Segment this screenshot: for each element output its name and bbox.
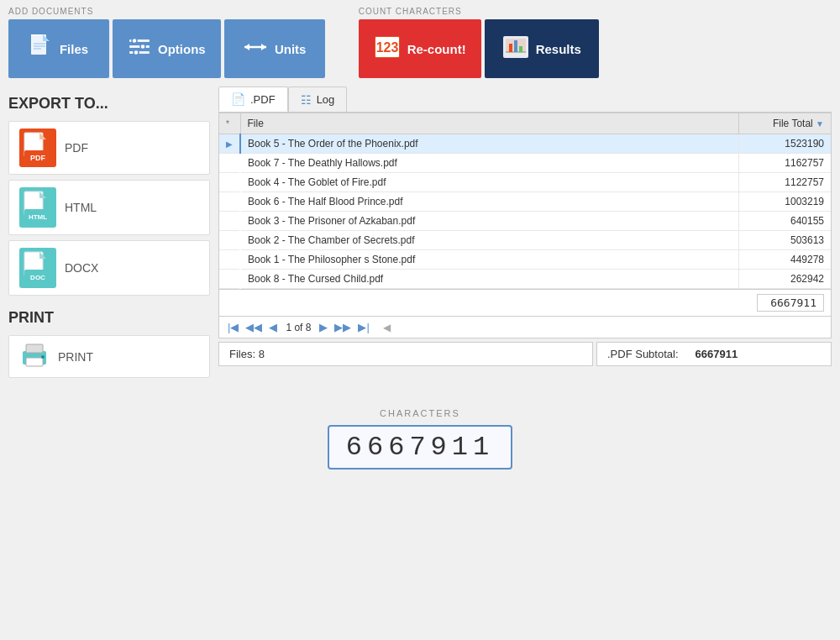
row-marker xyxy=(219,231,240,250)
units-button[interactable]: Units xyxy=(224,19,325,78)
subtotal-label: .PDF Subtotal: xyxy=(607,348,679,360)
file-total: 449278 xyxy=(738,250,831,270)
sort-arrow-icon: ▼ xyxy=(816,119,824,129)
tab-log-label: Log xyxy=(317,93,335,106)
file-total: 262942 xyxy=(738,270,831,289)
print-button[interactable]: PRINT xyxy=(8,335,210,378)
svg-point-9 xyxy=(132,38,137,43)
col-file[interactable]: File xyxy=(240,113,738,134)
svg-text:123: 123 xyxy=(375,40,398,55)
svg-rect-38 xyxy=(26,358,43,366)
pdf-tab-icon: 📄 xyxy=(231,92,245,106)
table-row[interactable]: Book 3 - The Prisoner of Azkaban.pdf xyxy=(240,212,738,231)
svg-point-11 xyxy=(134,50,139,55)
print-label: PRINT xyxy=(8,309,210,327)
page-next-button[interactable]: ▶ xyxy=(318,321,329,333)
file-total: 1003219 xyxy=(738,192,831,212)
print-button-label: PRINT xyxy=(58,350,93,364)
file-table: * File File Total ▼ ▶Book 5 - The Order … xyxy=(218,113,832,338)
results-button-label: Results xyxy=(536,42,581,56)
export-html-button[interactable]: HTML HTML xyxy=(8,180,210,235)
tab-pdf[interactable]: 📄 .PDF xyxy=(218,87,288,112)
tab-log[interactable]: ☷ Log xyxy=(288,87,348,112)
right-panel: 📄 .PDF ☷ Log * File File Total ▼ xyxy=(218,87,832,383)
bottom-bar: Files: 8 .PDF Subtotal: 6667911 xyxy=(218,342,832,366)
table-row[interactable]: Book 6 - The Half Blood Prince.pdf xyxy=(240,192,738,212)
page-prev-prev-button[interactable]: ◀◀ xyxy=(244,321,264,333)
row-marker xyxy=(219,212,240,231)
col-star: * xyxy=(219,113,240,134)
options-icon xyxy=(128,35,151,63)
docx-label: DOCX xyxy=(65,261,98,275)
add-documents-label: ADD DOCUMENTS xyxy=(8,7,93,16)
files-button-label: Files xyxy=(60,42,88,56)
grand-total-row: 6667911 xyxy=(219,289,831,316)
options-button[interactable]: Options xyxy=(113,19,221,78)
subtotal-value: 6667911 xyxy=(696,348,738,360)
subtotal-bar: .PDF Subtotal: 6667911 xyxy=(596,342,832,366)
recount-button[interactable]: 123 Re-count! xyxy=(359,19,481,78)
file-total: 1122757 xyxy=(738,173,831,192)
results-icon xyxy=(502,35,529,63)
units-button-label: Units xyxy=(275,42,307,56)
row-marker xyxy=(219,250,240,270)
page-next-next-button[interactable]: ▶▶ xyxy=(333,321,353,333)
html-label: HTML xyxy=(65,201,97,214)
svg-rect-8 xyxy=(129,51,150,54)
characters-section: CHARACTERS 6667911 xyxy=(0,391,840,478)
pdf-icon: PDF xyxy=(19,129,56,167)
table-row[interactable]: Book 8 - The Cursed Child.pdf xyxy=(240,270,738,289)
svg-text:DOC: DOC xyxy=(30,274,45,281)
row-marker xyxy=(219,154,240,173)
svg-marker-14 xyxy=(261,44,266,50)
page-prev-button[interactable]: ◀ xyxy=(267,321,279,333)
characters-label: CHARACTERS xyxy=(0,408,840,418)
table-row[interactable]: Book 4 - The Goblet of Fire.pdf xyxy=(240,173,738,192)
pagination: |◀ ◀◀ ◀ 1 of 8 ▶ ▶▶ ▶| ◀ xyxy=(219,316,831,338)
col-total[interactable]: File Total ▼ xyxy=(738,113,831,134)
left-panel: EXPORT TO... PDF PDF HTML xyxy=(8,87,210,383)
svg-point-39 xyxy=(41,355,45,359)
table-row[interactable]: Book 2 - The Chamber of Secrets.pdf xyxy=(240,231,738,250)
page-info: 1 of 8 xyxy=(286,322,311,333)
file-total: 1523190 xyxy=(738,134,831,154)
svg-point-10 xyxy=(140,44,145,49)
recount-button-label: Re-count! xyxy=(407,42,466,56)
log-tab-icon: ☷ xyxy=(301,93,312,107)
page-last-button[interactable]: ▶| xyxy=(356,321,370,333)
svg-rect-2 xyxy=(31,34,43,35)
row-marker xyxy=(219,192,240,212)
files-icon xyxy=(29,34,53,65)
recount-icon: 123 xyxy=(374,35,401,63)
units-icon xyxy=(243,37,268,60)
svg-rect-37 xyxy=(26,344,43,353)
row-marker xyxy=(219,173,240,192)
svg-rect-23 xyxy=(519,46,522,52)
page-first-button[interactable]: |◀ xyxy=(226,321,240,333)
export-docx-button[interactable]: DOC DOCX xyxy=(8,240,210,296)
tabs: 📄 .PDF ☷ Log xyxy=(218,87,832,113)
svg-marker-13 xyxy=(244,44,249,50)
print-icon xyxy=(19,343,50,370)
svg-rect-22 xyxy=(514,40,517,52)
html-icon: HTML xyxy=(19,187,56,228)
svg-text:HTML: HTML xyxy=(29,213,47,221)
grand-total-value: 6667911 xyxy=(757,294,824,312)
file-total: 1162757 xyxy=(738,154,831,173)
export-pdf-button[interactable]: PDF PDF xyxy=(8,121,210,175)
svg-rect-7 xyxy=(129,45,150,48)
table-row[interactable]: Book 1 - The Philosopher s Stone.pdf xyxy=(240,250,738,270)
row-marker: ▶ xyxy=(219,134,240,154)
characters-display: 6667911 xyxy=(328,425,512,470)
scrollbar-indicator: ◀ xyxy=(383,322,391,333)
table-row[interactable]: Book 5 - The Order of the Phoenix.pdf xyxy=(240,134,738,154)
count-characters-label: COUNT CHARACTERS xyxy=(359,7,462,16)
pdf-label: PDF xyxy=(65,141,88,155)
table-row[interactable]: Book 7 - The Deathly Hallows.pdf xyxy=(240,154,738,173)
files-button[interactable]: Files xyxy=(8,19,109,78)
file-total: 503613 xyxy=(738,231,831,250)
file-total: 640155 xyxy=(738,212,831,231)
export-label: EXPORT TO... xyxy=(8,95,210,113)
results-button[interactable]: Results xyxy=(485,19,599,78)
svg-text:PDF: PDF xyxy=(30,154,46,162)
